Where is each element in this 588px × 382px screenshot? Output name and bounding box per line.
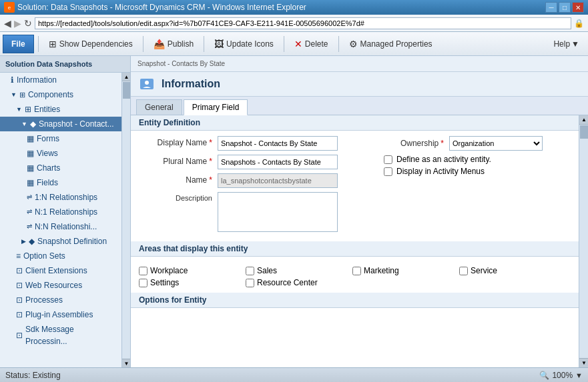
sidebar-item-information[interactable]: ℹ Information	[0, 73, 121, 87]
sidebar-item-n1-relationships[interactable]: ⇌ N:1 Relationships	[0, 205, 121, 219]
define-activity-row: Define as an activity entity.	[384, 155, 571, 164]
scroll-down-arrow[interactable]: ▼	[122, 359, 130, 367]
content-scroll-down[interactable]: ▼	[579, 358, 588, 367]
help-button[interactable]: Help ▼	[547, 37, 585, 51]
components-expand-icon: ▼	[11, 89, 17, 101]
plural-name-input[interactable]	[218, 155, 338, 169]
panel-header-icon	[137, 75, 156, 93]
display-activity-row: Display in Activity Menus	[384, 167, 571, 176]
sidebar-item-client-extensions[interactable]: ⊡ Client Extensions	[0, 263, 121, 278]
content-panel: Snapshot - Contacts By State Information…	[131, 56, 588, 367]
toolbar-separator-4	[284, 36, 284, 52]
sales-checkbox[interactable]	[246, 267, 254, 275]
scroll-up-arrow[interactable]: ▲	[122, 73, 130, 81]
snapshot-def-icon: ◆	[29, 235, 35, 247]
name-row: Name *	[139, 173, 373, 188]
display-activity-checkbox[interactable]	[384, 167, 392, 176]
sidebar-item-1n-relationships[interactable]: ⇌ 1:N Relationships	[0, 190, 121, 205]
snapshot-def-expand-icon: ▶	[21, 235, 26, 247]
panel-title: Information	[162, 78, 220, 90]
tab-general[interactable]: General	[136, 99, 182, 115]
sidebar-item-components[interactable]: ▼ ⊞ Components	[0, 87, 121, 102]
sidebar-item-charts[interactable]: ▦ Charts	[0, 161, 121, 175]
ownership-row: Ownership * Organization	[384, 136, 571, 151]
toolbar-separator	[38, 36, 39, 52]
sidebar-item-forms[interactable]: ▦ Forms	[0, 131, 121, 146]
refresh-icon[interactable]: ↻	[24, 18, 32, 29]
address-input[interactable]	[35, 17, 571, 29]
views-icon: ▦	[27, 147, 34, 159]
sidebar-item-snapshot-contact[interactable]: ▼ ◆ Snapshot - Contact...	[0, 117, 121, 131]
minimize-button[interactable]: ─	[545, 2, 557, 13]
define-activity-checkbox[interactable]	[384, 155, 392, 164]
n1-rel-icon: ⇌	[27, 206, 32, 218]
sidebar-item-entities[interactable]: ▼ ⊞ Entities	[0, 102, 121, 117]
managed-properties-button[interactable]: ⚙ Managed Properties	[343, 35, 438, 53]
sidebar-tree: ℹ Information ▼ ⊞ Components ▼ ⊞ Entitie…	[0, 73, 121, 367]
sidebar-item-processes[interactable]: ⊡ Processes	[0, 293, 121, 307]
sidebar-item-views[interactable]: ▦ Views	[0, 146, 121, 161]
panel-title-area: Information	[131, 72, 588, 97]
zoom-dropdown-button[interactable]: ▼	[575, 371, 583, 379]
display-name-input[interactable]	[218, 136, 338, 151]
maximize-button[interactable]: □	[559, 2, 571, 13]
title-bar: e Solution: Data Snapshots - Microsoft D…	[0, 0, 588, 15]
sidebar-item-snapshot-definition[interactable]: ▶ ◆ Snapshot Definition	[0, 234, 121, 249]
entities-expand-icon: ▼	[16, 103, 22, 115]
sidebar-item-fields[interactable]: ▦ Fields	[0, 175, 121, 190]
resource-center-label: Resource Center	[257, 278, 318, 287]
sidebar-item-nn-relationships[interactable]: ⇌ N:N Relationshi...	[0, 219, 121, 234]
marketing-checkbox[interactable]	[352, 267, 361, 275]
update-icons-button[interactable]: 🖼 Update Icons	[208, 35, 280, 53]
entity-definition-content: Display Name * Plural Name *	[131, 131, 579, 241]
client-ext-icon: ⊡	[16, 265, 23, 277]
areas-section-header: Areas that display this entity	[131, 241, 579, 257]
web-resources-icon: ⊡	[16, 279, 23, 291]
description-label: Description	[139, 192, 212, 202]
name-input[interactable]	[218, 173, 338, 188]
settings-checkbox[interactable]	[139, 279, 148, 287]
delete-icon: ✕	[294, 39, 302, 49]
sidebar-item-option-sets[interactable]: ≡ Option Sets	[0, 249, 121, 263]
tab-primary-field[interactable]: Primary Field	[184, 99, 248, 115]
sidebar-item-plugin-assemblies[interactable]: ⊡ Plug-in Assemblies	[0, 307, 121, 322]
entity-definition-header: Entity Definition	[131, 115, 579, 131]
nn-rel-icon: ⇌	[27, 221, 32, 233]
content-scroll-thumb[interactable]	[580, 125, 588, 139]
content-scroll-up[interactable]: ▲	[579, 115, 588, 125]
description-textarea[interactable]	[218, 192, 338, 232]
window-controls[interactable]: ─ □ ✕	[545, 2, 584, 13]
sidebar-item-web-resources[interactable]: ⊡ Web Resources	[0, 278, 121, 293]
publish-button[interactable]: 📤 Publish	[148, 35, 200, 53]
scroll-thumb[interactable]	[123, 82, 130, 99]
workplace-checkbox[interactable]	[139, 267, 148, 275]
window-title: Solution: Data Snapshots - Microsoft Dyn…	[17, 3, 306, 12]
sidebar-scrollbar[interactable]: ▲ ▼	[121, 73, 130, 367]
update-icons-icon: 🖼	[214, 39, 224, 49]
entities-icon: ⊞	[25, 103, 31, 115]
areas-content: Workplace Sales Marketing Service	[131, 257, 579, 293]
sidebar-item-sdk-message[interactable]: ⊡ Sdk Message Processin...	[0, 322, 121, 349]
resource-center-checkbox[interactable]	[246, 279, 254, 287]
service-checkbox[interactable]	[459, 267, 468, 275]
close-button[interactable]: ✕	[572, 2, 584, 13]
ownership-select[interactable]: Organization	[449, 136, 543, 151]
plugin-icon: ⊡	[16, 309, 23, 321]
forward-icon[interactable]: ▶	[14, 18, 21, 29]
settings-label: Settings	[150, 278, 179, 287]
content-scrollbar[interactable]: ▲ ▼	[579, 115, 588, 367]
snapshot-expand-icon: ▼	[21, 118, 27, 130]
publish-icon: 📤	[154, 39, 165, 49]
option-sets-icon: ≡	[16, 250, 21, 262]
back-icon[interactable]: ◀	[4, 18, 11, 29]
sdk-icon: ⊡	[16, 329, 23, 341]
delete-button[interactable]: ✕ Delete	[288, 35, 334, 53]
form-left-col: Display Name * Plural Name *	[139, 136, 373, 236]
area-settings: Settings	[139, 278, 232, 287]
show-dependencies-button[interactable]: ⊞ Show Dependencies	[43, 35, 139, 53]
tabs-bar: General Primary Field	[131, 97, 588, 115]
entity-icon-svg	[139, 76, 155, 92]
file-button[interactable]: File	[3, 35, 34, 53]
display-activity-label: Display in Activity Menus	[396, 167, 485, 176]
managed-properties-icon: ⚙	[349, 39, 358, 49]
